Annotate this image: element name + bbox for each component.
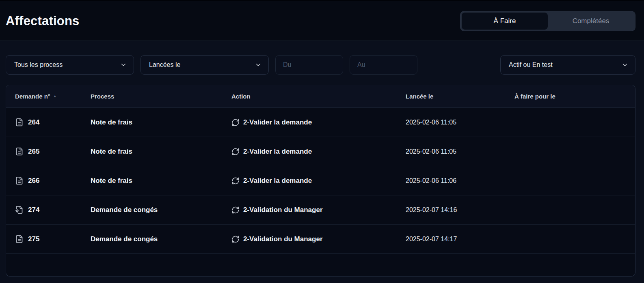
refresh-icon [231,177,240,185]
column-header-action[interactable]: Action [231,93,406,100]
column-header-a-faire-pour-le[interactable]: À faire pour le [514,93,635,100]
filter-bar: Tous les process Lancées le Actif ou En … [6,55,635,75]
table-body: 264 Note de frais 2-Valider la demande 2… [6,108,635,254]
chevron-down-icon [255,61,262,69]
column-header-process[interactable]: Process [91,93,231,100]
chevron-down-icon [621,61,629,69]
column-header-lancee-le[interactable]: Lancée le [406,93,514,100]
refresh-icon [231,206,240,214]
page-title: Affectations [6,14,80,28]
action-label: 2-Validation du Manager [243,206,323,214]
process-name: Demande de congés [91,206,231,214]
file-text-icon [15,118,24,126]
process-filter-value: Tous les process [14,61,63,69]
refresh-icon [231,235,240,243]
table-row[interactable]: 265 Note de frais 2-Valider la demande 2… [6,137,635,166]
action-label: 2-Valider la demande [243,177,312,185]
action-label: 2-Validation du Manager [243,235,323,243]
chevron-down-icon [120,61,127,69]
launched-date: 2025-02-06 11:05 [406,148,514,155]
action-label: 2-Valider la demande [243,148,312,156]
page-header: Affectations À Faire Complétées [0,1,644,41]
request-number: 266 [28,177,39,185]
launched-date: 2025-02-06 11:06 [406,177,514,184]
request-number: 265 [28,148,39,156]
file-text-icon [15,235,24,243]
table-row[interactable]: 275 Demande de congés 2-Validation du Ma… [6,225,635,254]
action-label: 2-Valider la demande [243,118,312,126]
process-name: Note de frais [91,177,231,185]
tab-completees[interactable]: Complétées [548,13,634,30]
table-row[interactable]: 266 Note de frais 2-Valider la demande 2… [6,166,635,195]
file-text-icon [15,147,24,156]
process-name: Demande de congés [91,235,231,243]
date-to-input[interactable] [350,55,417,75]
process-name: Note de frais [91,118,231,126]
refresh-icon [231,118,240,126]
tab-a-faire[interactable]: À Faire [462,13,548,30]
request-number: 275 [28,235,39,243]
status-filter-value: Actif ou En test [509,61,553,69]
request-number: 274 [28,206,39,214]
launched-date: 2025-02-07 14:16 [406,206,514,214]
refresh-icon [231,148,240,156]
table-footer-space [6,254,635,276]
launched-date: 2025-02-06 11:05 [406,119,514,126]
file-text-icon [15,176,24,185]
todo-completed-toggle: À Faire Complétées [460,11,635,31]
launched-filter-select[interactable]: Lancées le [140,55,269,75]
date-from-input[interactable] [275,55,343,75]
status-filter-select[interactable]: Actif ou En test [500,55,635,75]
table-header-row: Demande n° ▲ Process Action Lancée le À … [6,85,635,108]
process-name: Note de frais [91,148,231,156]
sort-asc-icon: ▲ [53,94,57,98]
table-row[interactable]: 264 Note de frais 2-Valider la demande 2… [6,108,635,137]
file-cog-icon [15,206,24,214]
column-header-demande[interactable]: Demande n° ▲ [15,93,91,100]
table-row[interactable]: 274 Demande de congés 2-Validation du Ma… [6,195,635,225]
launched-filter-value: Lancées le [149,61,180,69]
launched-date: 2025-02-07 14:17 [406,236,514,243]
process-filter-select[interactable]: Tous les process [6,55,134,75]
assignments-table: Demande n° ▲ Process Action Lancée le À … [6,85,635,277]
request-number: 264 [28,118,39,126]
